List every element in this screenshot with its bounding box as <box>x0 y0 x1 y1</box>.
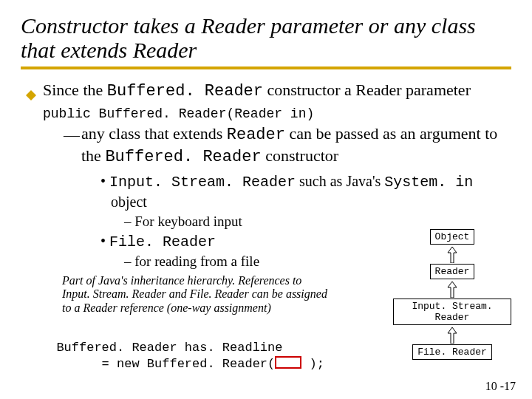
svg-marker-3 <box>448 327 457 344</box>
hierarchy-caption: Part of Java's inheritance hierarchy. Re… <box>62 274 328 315</box>
arrow-up-icon <box>393 327 511 344</box>
sub1-code2: Buffered. Reader <box>105 148 261 166</box>
code-line2-post: ); <box>301 357 324 371</box>
dot-item-a: Input. Stream. Reader such as Java's Sys… <box>100 171 511 212</box>
dot-a-mid: such as Java's <box>296 173 384 189</box>
dot-b-code: File. Reader <box>109 233 216 250</box>
bullet-level1: Since the Buffered. Reader constructor a… <box>25 80 511 122</box>
bullet1-pre: Since the <box>43 81 107 99</box>
sub1-pre: any class that extends <box>81 124 227 143</box>
hier-filereader: File. Reader <box>412 344 492 360</box>
hier-inputstreamreader: Input. Stream. Reader <box>393 299 511 325</box>
sub1-text: any class that extends Reader can be pas… <box>81 123 511 167</box>
bullet1-text: Since the Buffered. Reader constructor a… <box>43 80 511 122</box>
inheritance-hierarchy: Object Reader Input. Stream. Reader File… <box>393 229 511 360</box>
svg-marker-1 <box>448 247 457 263</box>
bullet-level2: — any class that extends Reader can be p… <box>64 123 511 167</box>
code-line2-pre: = new Buffered. Reader( <box>41 357 275 371</box>
slide-title: Constructor takes a Reader parameter or … <box>21 13 511 69</box>
sub1-code1: Reader <box>227 126 285 144</box>
dot-a-code2: System. in <box>384 174 473 191</box>
dot-a-post: object <box>111 194 147 210</box>
dash-bullet-icon: — <box>64 125 77 146</box>
bullet1-code1: Buffered. Reader <box>107 82 263 100</box>
bullet1-mid1: constructor a Reader parameter <box>263 81 471 99</box>
sub1-post: constructor <box>262 146 338 165</box>
diamond-bullet-icon <box>25 86 37 106</box>
arrow-up-icon <box>393 282 511 298</box>
hier-reader: Reader <box>430 264 475 279</box>
arrow-up-icon <box>393 247 511 263</box>
dot-a-code: Input. Stream. Reader <box>109 174 296 191</box>
blank-placeholder <box>275 356 301 369</box>
svg-marker-0 <box>26 90 36 100</box>
code-line1: Buffered. Reader has. Readline <box>56 341 282 355</box>
hier-object: Object <box>430 229 475 245</box>
page-number: 10 -17 <box>485 380 516 393</box>
bullet1-sig: public Buffered. Reader(Reader in) <box>43 106 314 121</box>
dash-item-a: For keyboard input <box>124 214 511 230</box>
svg-marker-2 <box>448 282 457 298</box>
